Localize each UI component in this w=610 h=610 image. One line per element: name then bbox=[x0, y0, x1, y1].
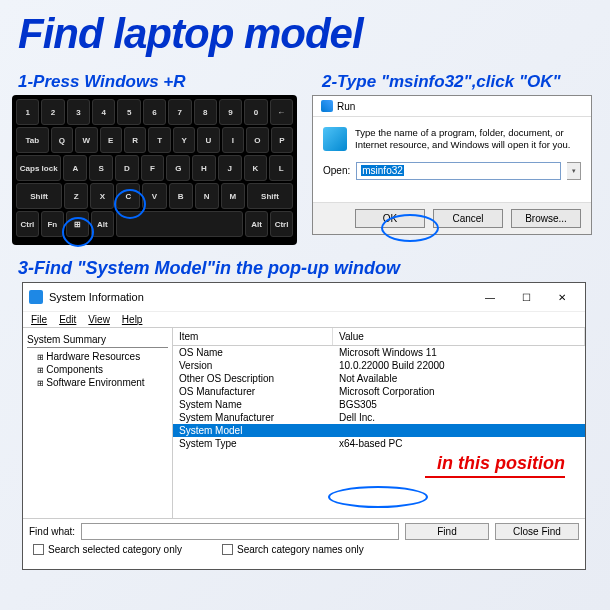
run-input[interactable]: msinfo32 bbox=[356, 162, 561, 180]
cell-value bbox=[333, 424, 585, 437]
tree-item[interactable]: Software Environment bbox=[27, 376, 168, 389]
key-f: F bbox=[141, 155, 165, 181]
run-app-icon bbox=[323, 127, 347, 151]
tree-item[interactable]: Components bbox=[27, 363, 168, 376]
cell-value: Dell Inc. bbox=[333, 411, 585, 424]
key-m: M bbox=[221, 183, 245, 209]
table-row[interactable]: System ManufacturerDell Inc. bbox=[173, 411, 585, 424]
close-find-button[interactable]: Close Find bbox=[495, 523, 579, 540]
key-o: O bbox=[246, 127, 268, 153]
key-n: N bbox=[195, 183, 219, 209]
key-7: 7 bbox=[168, 99, 191, 125]
key-0: 0 bbox=[244, 99, 267, 125]
table-row[interactable]: Version10.0.22000 Build 22000 bbox=[173, 359, 585, 372]
cell-item: System Name bbox=[173, 398, 333, 411]
key-space bbox=[116, 211, 244, 237]
col-value[interactable]: Value bbox=[333, 328, 585, 345]
cell-value: Not Available bbox=[333, 372, 585, 385]
checkbox-category-names[interactable]: Search category names only bbox=[222, 544, 364, 555]
table-row[interactable]: System Model bbox=[173, 424, 585, 437]
key-p: P bbox=[271, 127, 293, 153]
close-button[interactable]: ✕ bbox=[545, 287, 579, 307]
key-ctrl: Ctrl bbox=[16, 211, 39, 237]
table-row[interactable]: OS ManufacturerMicrosoft Corporation bbox=[173, 385, 585, 398]
find-label: Find what: bbox=[29, 526, 75, 537]
maximize-button[interactable]: ☐ bbox=[509, 287, 543, 307]
menu-view[interactable]: View bbox=[88, 314, 110, 325]
key-2: 2 bbox=[41, 99, 64, 125]
table-row[interactable]: Other OS DescriptionNot Available bbox=[173, 372, 585, 385]
key-k: K bbox=[244, 155, 268, 181]
col-item[interactable]: Item bbox=[173, 328, 333, 345]
key-4: 4 bbox=[92, 99, 115, 125]
key-alt: Alt bbox=[245, 211, 268, 237]
minimize-button[interactable]: — bbox=[473, 287, 507, 307]
key-3: 3 bbox=[67, 99, 90, 125]
key-x: X bbox=[90, 183, 114, 209]
key-u: U bbox=[197, 127, 219, 153]
checkbox-icon bbox=[33, 544, 44, 555]
run-title-text: Run bbox=[337, 101, 355, 112]
key-ctrl: Ctrl bbox=[270, 211, 293, 237]
tree-root[interactable]: System Summary bbox=[27, 332, 168, 348]
tree-panel[interactable]: System Summary Hardware ResourcesCompone… bbox=[23, 328, 173, 518]
key-z: Z bbox=[64, 183, 88, 209]
cell-value: x64-based PC bbox=[333, 437, 585, 450]
open-label: Open: bbox=[323, 165, 350, 176]
menu-bar: FileEditViewHelp bbox=[23, 312, 585, 328]
annotation-underline bbox=[425, 476, 565, 478]
menu-help[interactable]: Help bbox=[122, 314, 143, 325]
key-g: G bbox=[166, 155, 190, 181]
cell-value: Microsoft Corporation bbox=[333, 385, 585, 398]
key-w: W bbox=[75, 127, 97, 153]
key-alt: Alt bbox=[91, 211, 114, 237]
menu-edit[interactable]: Edit bbox=[59, 314, 76, 325]
annotation-text: in this position bbox=[437, 453, 565, 474]
tree-item[interactable]: Hardware Resources bbox=[27, 350, 168, 363]
cell-item: Version bbox=[173, 359, 333, 372]
key-tab: Tab bbox=[16, 127, 49, 153]
table-row[interactable]: OS NameMicrosoft Windows 11 bbox=[173, 346, 585, 359]
run-icon bbox=[321, 100, 333, 112]
key-r: R bbox=[124, 127, 146, 153]
cell-item: OS Name bbox=[173, 346, 333, 359]
run-description: Type the name of a program, folder, docu… bbox=[355, 127, 581, 152]
find-button[interactable]: Find bbox=[405, 523, 489, 540]
key-shift: Shift bbox=[247, 183, 293, 209]
run-dialog: Run Type the name of a program, folder, … bbox=[312, 95, 592, 235]
key-6: 6 bbox=[143, 99, 166, 125]
menu-file[interactable]: File bbox=[31, 314, 47, 325]
cancel-button[interactable]: Cancel bbox=[433, 209, 503, 228]
key-b: B bbox=[169, 183, 193, 209]
checkbox-selected-category[interactable]: Search selected category only bbox=[33, 544, 182, 555]
key-1: 1 bbox=[16, 99, 39, 125]
dropdown-arrow-icon[interactable]: ▾ bbox=[567, 162, 581, 180]
cell-value: Microsoft Windows 11 bbox=[333, 346, 585, 359]
ok-button[interactable]: OK bbox=[355, 209, 425, 228]
key-5: 5 bbox=[117, 99, 140, 125]
key-e: E bbox=[100, 127, 122, 153]
browse-button[interactable]: Browse... bbox=[511, 209, 581, 228]
key-l: L bbox=[269, 155, 293, 181]
cell-value: BGS305 bbox=[333, 398, 585, 411]
key-j: J bbox=[218, 155, 242, 181]
key-v: V bbox=[142, 183, 166, 209]
details-grid: Item Value OS NameMicrosoft Windows 11Ve… bbox=[173, 328, 585, 518]
run-input-value: msinfo32 bbox=[361, 165, 404, 176]
key-t: T bbox=[148, 127, 170, 153]
table-row[interactable]: System NameBGS305 bbox=[173, 398, 585, 411]
key-←: ← bbox=[270, 99, 293, 125]
chk2-label: Search category names only bbox=[237, 544, 364, 555]
table-row[interactable]: System Typex64-based PC bbox=[173, 437, 585, 450]
page-title: Find laptop model bbox=[0, 0, 610, 63]
key-8: 8 bbox=[194, 99, 217, 125]
key-q: Q bbox=[51, 127, 73, 153]
key-d: D bbox=[115, 155, 139, 181]
step-3-label: 3-Find "System Model"in the pop-up windo… bbox=[18, 258, 400, 279]
chk1-label: Search selected category only bbox=[48, 544, 182, 555]
key-c: C bbox=[116, 183, 140, 209]
system-information-window: System Information — ☐ ✕ FileEditViewHel… bbox=[22, 282, 586, 570]
find-input[interactable] bbox=[81, 523, 399, 540]
key-h: H bbox=[192, 155, 216, 181]
cell-item: Other OS Description bbox=[173, 372, 333, 385]
